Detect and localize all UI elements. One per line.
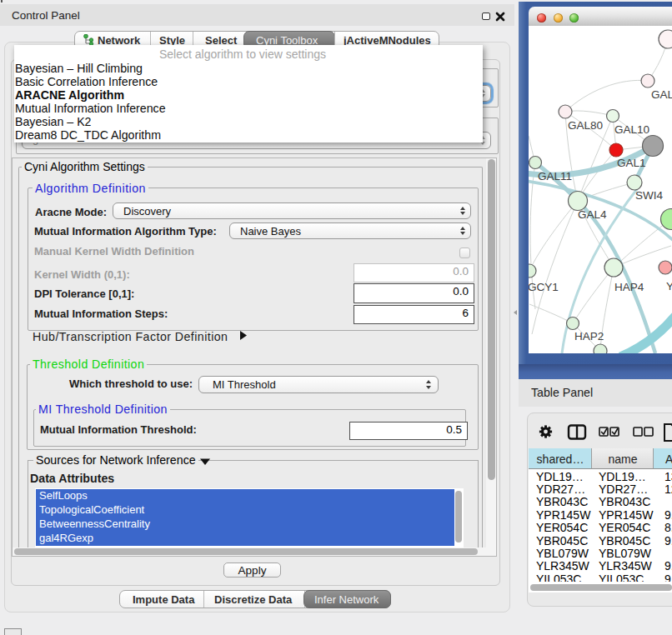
svg-text:GAL7: GAL7	[651, 88, 672, 101]
svg-text:GAL80: GAL80	[568, 119, 603, 132]
svg-text:GAL10: GAL10	[614, 123, 649, 136]
svg-text:GAL1: GAL1	[617, 157, 646, 169]
svg-text:GAL11: GAL11	[538, 170, 572, 182]
svg-text:GAL4: GAL4	[578, 208, 607, 221]
svg-text:HAP2: HAP2	[574, 330, 604, 342]
svg-text:HAP4: HAP4	[614, 281, 644, 293]
svg-text:SWI4: SWI4	[635, 189, 663, 202]
svg-text:Y: Y	[666, 280, 672, 292]
svg-text:GCY1: GCY1	[529, 281, 559, 293]
